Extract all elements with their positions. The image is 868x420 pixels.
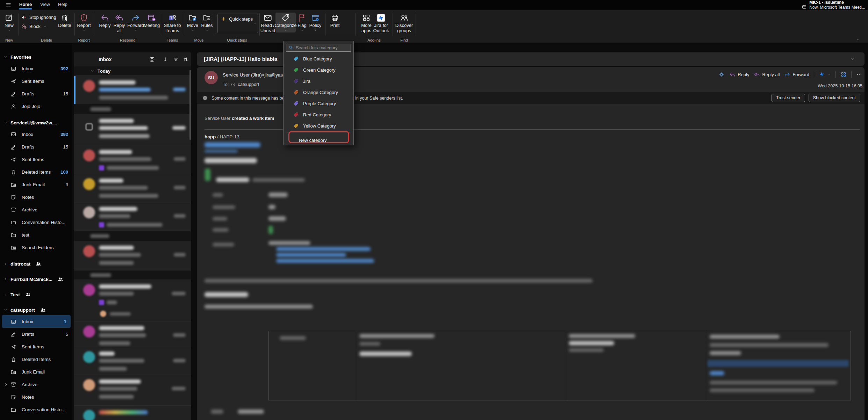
filter-icon[interactable]	[173, 56, 179, 63]
new-button[interactable]: New	[1, 13, 17, 32]
chevron-down-icon[interactable]	[253, 22, 257, 25]
block-button[interactable]: Block	[21, 23, 47, 29]
tab-view[interactable]: View	[40, 2, 50, 7]
conversation-view-icon[interactable]	[149, 56, 155, 63]
discover-groups-button[interactable]: Discover groups	[393, 13, 415, 34]
hamburger-menu-icon[interactable]	[5, 2, 12, 8]
sidebar-folder-item[interactable]: Conversation Histo...	[0, 216, 72, 229]
category-search-input[interactable]	[286, 44, 351, 52]
list-item[interactable]	[74, 347, 191, 375]
sidebar-folder-item[interactable]: Junk Email 3	[0, 178, 72, 191]
meeting-button[interactable]: Meeting	[142, 13, 162, 29]
blurred-link[interactable]	[710, 371, 724, 375]
collapse-ribbon-icon[interactable]	[855, 38, 860, 41]
sidebar-folder-item[interactable]: test	[0, 229, 72, 241]
new-category-menu-item[interactable]: New category	[284, 136, 353, 145]
sidebar-folder-item[interactable]: Sent Items	[0, 75, 72, 87]
sidebar-folder-item[interactable]: Archive	[0, 378, 72, 391]
blurred-highlighted-link-row[interactable]	[708, 360, 849, 367]
list-item[interactable]	[74, 270, 191, 280]
quick-steps-gallery[interactable]: Quick steps	[217, 14, 258, 33]
section-chevron-icon[interactable]	[3, 55, 8, 59]
list-item[interactable]	[74, 280, 191, 321]
category-menu-item[interactable]: Green Category	[284, 64, 353, 75]
list-item[interactable]	[74, 241, 191, 270]
policy-button[interactable]: Policy	[307, 13, 324, 32]
sort-order-icon[interactable]	[182, 56, 189, 63]
meeting-notification[interactable]: MIC-1 - issuetime Now, Microsoft Teams M…	[802, 0, 865, 10]
sidebar-folder-item[interactable]: Notes	[0, 191, 72, 203]
list-item[interactable]	[74, 104, 191, 114]
sidebar-folder-item[interactable]: Sent Items	[0, 340, 72, 353]
print-button[interactable]: Print	[326, 13, 344, 29]
sidebar-folder-item[interactable]: Deleted Items 100	[0, 166, 72, 178]
expander-chevron-icon[interactable]	[3, 382, 9, 388]
list-item[interactable]: Today	[74, 66, 191, 76]
categorize-button[interactable]: Categorize	[275, 13, 296, 32]
forward-action[interactable]: Forward	[784, 71, 809, 78]
section-chevron-icon[interactable]	[3, 277, 8, 281]
list-item[interactable]	[74, 174, 191, 202]
delete-button[interactable]: Delete	[55, 13, 74, 29]
sidebar-section-header[interactable]: ServiceU@vmw2w....	[0, 117, 72, 128]
section-chevron-icon[interactable]	[3, 292, 8, 297]
sidebar-folder-item[interactable]: Inbox 392	[0, 128, 72, 140]
show-blocked-content-button[interactable]: Show blocked content	[809, 94, 860, 102]
more-options-icon[interactable]	[856, 71, 862, 78]
list-item[interactable]	[74, 114, 191, 145]
sidebar-folder-item[interactable]: Drafts 5	[0, 328, 72, 340]
sidebar-section-header[interactable]: Test	[0, 289, 72, 300]
group-chevron-icon[interactable]	[90, 69, 94, 73]
sort-descending-icon[interactable]	[162, 56, 168, 63]
list-item[interactable]	[74, 202, 191, 231]
blurred-issue-link[interactable]	[205, 142, 260, 147]
category-menu-item[interactable]: Yellow Category	[284, 120, 353, 131]
sidebar-section-header[interactable]: catsupport	[0, 305, 72, 315]
select-checkbox[interactable]	[86, 123, 93, 130]
list-item[interactable]	[74, 321, 191, 347]
sidebar-folder-item[interactable]: Inbox 392	[0, 62, 72, 75]
jira-for-outlook-button[interactable]: Jira for Outlook	[371, 13, 392, 34]
category-menu-item[interactable]: Purple Category	[284, 98, 353, 109]
list-item[interactable]	[74, 406, 191, 420]
sidebar-folder-item[interactable]: Drafts 15	[0, 87, 72, 100]
list-item[interactable]	[74, 375, 191, 406]
jira-addin-action[interactable]	[819, 71, 831, 78]
sidebar-section-header[interactable]: distrocat	[0, 259, 72, 269]
section-chevron-icon[interactable]	[3, 121, 8, 125]
list-item[interactable]	[74, 76, 191, 104]
reply-action[interactable]: Reply	[729, 71, 749, 78]
trust-sender-button[interactable]: Trust sender	[772, 94, 805, 102]
message-list-scrollbar[interactable]	[189, 70, 191, 140]
list-item[interactable]	[74, 231, 191, 241]
sidebar-folder-item[interactable]: Notes	[0, 391, 72, 403]
list-item[interactable]	[74, 145, 191, 174]
sidebar-folder-item[interactable]: Search Folders	[0, 241, 72, 254]
apps-grid-icon[interactable]	[840, 71, 847, 78]
sidebar-folder-item[interactable]: Deleted Items	[0, 353, 72, 365]
category-menu-item[interactable]: Jira	[284, 75, 353, 87]
sidebar-folder-item[interactable]: Jojo Jojo	[0, 100, 72, 113]
sidebar-folder-item[interactable]: Junk Email	[0, 365, 72, 378]
sidebar-section-header[interactable]: Favorites	[0, 52, 72, 62]
tab-help[interactable]: Help	[58, 2, 67, 7]
chevron-down-icon[interactable]	[850, 57, 855, 61]
blurred-description-link[interactable]	[276, 253, 346, 257]
sender-name[interactable]: Service User (Jira)<jira@yaso	[223, 72, 286, 78]
report-button[interactable]: Report	[74, 13, 94, 32]
sidebar-folder-item[interactable]: Drafts 15	[0, 140, 72, 153]
flag-button[interactable]: Flag	[296, 13, 308, 32]
share-to-teams-button[interactable]: Share to Teams	[162, 13, 183, 34]
tab-home[interactable]: Home	[19, 2, 32, 7]
blurred-description-link[interactable]	[276, 247, 371, 251]
blurred-description-link[interactable]	[276, 259, 374, 263]
section-chevron-icon[interactable]	[3, 308, 8, 312]
recipient-name[interactable]: catsupport	[238, 82, 259, 87]
sidebar-folder-item[interactable]: Inbox 1	[2, 315, 71, 328]
category-menu-item[interactable]: Orange Category	[284, 87, 353, 98]
sidebar-folder-item[interactable]: Conversation Histo...	[0, 403, 72, 416]
move-button[interactable]: Move	[185, 13, 200, 32]
category-menu-item[interactable]: Red Category	[284, 109, 353, 120]
rules-button[interactable]: Rules	[199, 13, 215, 32]
sidebar-folder-item[interactable]: Sent Items	[0, 153, 72, 166]
